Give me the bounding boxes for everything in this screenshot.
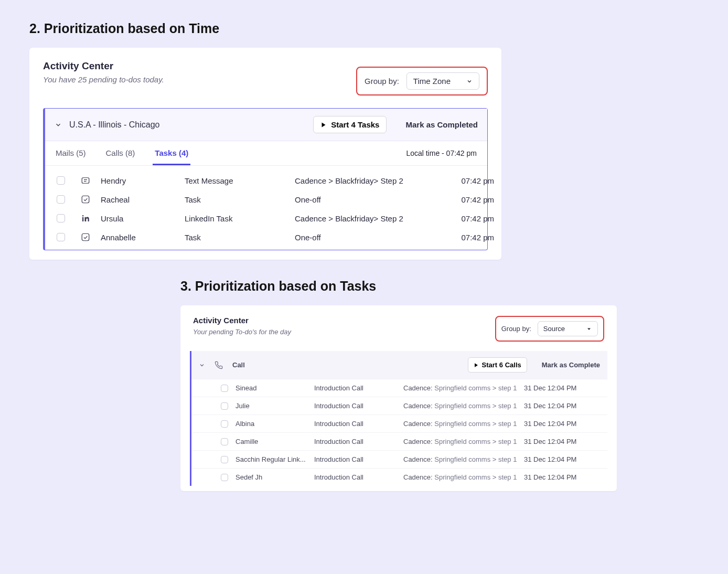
- task-type: LinkedIn Task: [185, 214, 295, 223]
- local-time-label: Local time - 07:42 pm: [406, 149, 479, 157]
- start-tasks-label: Start 4 Tasks: [331, 120, 379, 129]
- call-type: Introduction Call: [314, 384, 403, 392]
- row-checkbox[interactable]: [221, 456, 228, 463]
- group-by-highlight: Group by: Source: [495, 316, 604, 342]
- task-type: Task: [185, 233, 295, 242]
- svg-rect-6: [82, 217, 83, 221]
- row-checkbox[interactable]: [57, 176, 65, 185]
- start-tasks-button[interactable]: Start 4 Tasks: [313, 116, 387, 133]
- task-check-icon: [81, 195, 101, 204]
- mark-complete-button[interactable]: Mark as Complete: [542, 361, 600, 369]
- timestamp: 31 Dec 12:04 PM: [524, 420, 587, 428]
- table-row: JulieIntroduction CallCadence: Springfie…: [191, 397, 607, 414]
- start-calls-label: Start 6 Calls: [482, 361, 521, 369]
- row-checkbox[interactable]: [57, 214, 65, 222]
- call-type: Introduction Call: [314, 438, 403, 445]
- timestamp: 31 Dec 12:04 PM: [524, 455, 587, 463]
- mark-completed-button[interactable]: Mark as Completed: [405, 120, 478, 129]
- task-source: One-off: [295, 195, 436, 204]
- table-row: AlbinaIntroduction CallCadence: Springfi…: [191, 414, 607, 432]
- page-subtitle: Your pending To-do's for the day: [193, 328, 291, 336]
- contact-name: Julie: [235, 402, 314, 410]
- chevron-down-icon[interactable]: [55, 121, 62, 129]
- tab-mails[interactable]: Mails (5): [53, 141, 88, 165]
- group-by-value: Source: [543, 325, 565, 333]
- page-title: Activity Center: [193, 316, 291, 325]
- call-type: Introduction Call: [314, 420, 403, 428]
- activity-center-card-tasks: Activity Center Your pending To-do's for…: [180, 305, 617, 491]
- row-checkbox[interactable]: [221, 420, 228, 428]
- table-row: HendryText MessageCadence > Blackfriday>…: [45, 171, 487, 190]
- svg-rect-7: [82, 233, 89, 241]
- svg-marker-9: [475, 363, 478, 367]
- play-icon: [474, 363, 479, 368]
- row-checkbox[interactable]: [57, 233, 65, 241]
- start-calls-button[interactable]: Start 6 Calls: [468, 357, 527, 373]
- row-checkbox[interactable]: [57, 195, 65, 204]
- task-time: 07:42 pm: [436, 214, 494, 223]
- contact-name: Sacchin Regular Link...: [235, 455, 314, 463]
- source-group-panel: Call Start 6 Calls Mark as Complete Sine…: [190, 351, 607, 486]
- chevron-down-icon[interactable]: [199, 362, 205, 368]
- page-title: Activity Center: [43, 60, 164, 72]
- task-source: Cadence > Blackfriday> Step 2: [295, 214, 436, 223]
- table-row: Sedef JhIntroduction CallCadence: Spring…: [191, 468, 607, 486]
- cadence: Cadence: Springfield comms > step 1: [403, 384, 524, 392]
- activity-center-card-time: Activity Center You have 25 pending to-d…: [29, 48, 501, 260]
- row-checkbox[interactable]: [221, 385, 228, 392]
- caret-down-icon: [586, 326, 592, 332]
- contact-name: Sedef Jh: [235, 473, 314, 481]
- group-header: U.S.A - Illinois - Chicago Start 4 Tasks…: [45, 109, 487, 141]
- row-checkbox[interactable]: [221, 438, 228, 445]
- contact-name: Camille: [235, 438, 314, 445]
- contact-name: Racheal: [101, 195, 185, 204]
- svg-point-5: [82, 215, 83, 216]
- text-message-icon: [81, 176, 101, 185]
- table-row: SineadIntroduction CallCadence: Springfi…: [191, 379, 607, 397]
- play-icon: [320, 122, 327, 128]
- contact-name: Albina: [235, 420, 314, 428]
- tab-calls[interactable]: Calls (8): [104, 141, 137, 165]
- group-by-select[interactable]: Time Zone: [406, 72, 479, 90]
- timestamp: 31 Dec 12:04 PM: [524, 402, 587, 410]
- cadence: Cadence: Springfield comms > step 1: [403, 438, 524, 445]
- table-row: AnnabelleTaskOne-off07:42 pm: [45, 228, 487, 247]
- cadence: Cadence: Springfield comms > step 1: [403, 473, 524, 481]
- table-row: CamilleIntroduction CallCadence: Springf…: [191, 432, 607, 450]
- call-type: Introduction Call: [314, 473, 403, 481]
- table-row: RachealTaskOne-off07:42 pm: [45, 190, 487, 209]
- task-time: 07:42 pm: [436, 195, 494, 204]
- row-checkbox[interactable]: [221, 474, 228, 481]
- section-heading: 2. Prioritization based on Time: [29, 21, 707, 36]
- task-type: Text Message: [185, 176, 295, 185]
- page-subtitle: You have 25 pending to-dos today.: [43, 75, 164, 84]
- cadence: Cadence: Springfield comms > step 1: [403, 402, 524, 410]
- group-by-label: Group by:: [365, 77, 399, 86]
- svg-rect-1: [82, 178, 89, 184]
- contact-name: Hendry: [101, 176, 185, 185]
- task-source: Cadence > Blackfriday> Step 2: [295, 176, 436, 185]
- group-header: Call Start 6 Calls Mark as Complete: [191, 351, 607, 379]
- cadence: Cadence: Springfield comms > step 1: [403, 420, 524, 428]
- row-checkbox[interactable]: [221, 402, 228, 410]
- tab-tasks[interactable]: Tasks (4): [153, 141, 190, 165]
- group-by-select[interactable]: Source: [538, 321, 598, 336]
- group-location: U.S.A - Illinois - Chicago: [69, 120, 306, 130]
- timestamp: 31 Dec 12:04 PM: [524, 438, 587, 445]
- task-time: 07:42 pm: [436, 233, 494, 242]
- task-source: One-off: [295, 233, 436, 242]
- cadence: Cadence: Springfield comms > step 1: [403, 455, 524, 463]
- task-type: Task: [185, 195, 295, 204]
- chevron-down-icon: [466, 78, 473, 84]
- svg-rect-4: [82, 196, 89, 203]
- contact-name: Annabelle: [101, 233, 185, 242]
- timestamp: 31 Dec 12:04 PM: [524, 473, 587, 481]
- contact-name: Ursula: [101, 214, 185, 223]
- group-by-label: Group by:: [501, 325, 531, 333]
- table-row: Sacchin Regular Link...Introduction Call…: [191, 450, 607, 468]
- timezone-group-panel: U.S.A - Illinois - Chicago Start 4 Tasks…: [43, 108, 488, 250]
- phone-icon: [215, 361, 223, 369]
- svg-marker-8: [587, 328, 591, 330]
- call-type: Introduction Call: [314, 455, 403, 463]
- task-check-icon: [81, 232, 101, 242]
